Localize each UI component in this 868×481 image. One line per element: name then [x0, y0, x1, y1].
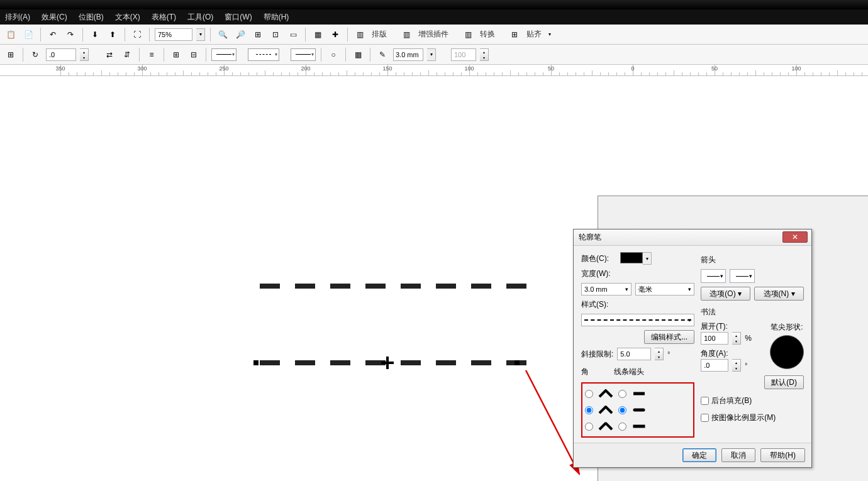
convert-label[interactable]: 转换: [480, 29, 495, 40]
selection-center-marker[interactable]: [381, 357, 394, 369]
miter-input[interactable]: [617, 348, 651, 360]
snap-label[interactable]: 贴齐: [526, 29, 542, 40]
pos-icon[interactable]: ⊞: [4, 48, 18, 62]
corner-bevel-radio[interactable]: [585, 423, 593, 431]
import-icon[interactable]: ⬇: [88, 28, 102, 41]
corner-label: 角: [581, 367, 589, 377]
line-style-dropdown[interactable]: [248, 48, 279, 61]
copy-icon[interactable]: 📋: [4, 28, 18, 41]
menu-bitmap[interactable]: 位图(B): [79, 12, 104, 22]
zoom-page-icon[interactable]: ▭: [286, 28, 300, 41]
edit-style-button[interactable]: 编辑样式...: [644, 330, 694, 344]
end-arrow-dropdown[interactable]: [291, 48, 316, 61]
cap-round-radio[interactable]: [618, 406, 626, 414]
spread-spinner[interactable]: ▴▾: [732, 332, 741, 345]
corner-cap-group: [581, 382, 694, 438]
menu-help[interactable]: 帮助(H): [264, 12, 289, 22]
angle-label: 角度(A):: [701, 348, 728, 359]
cap-square-radio[interactable]: [618, 423, 626, 431]
svg-line-0: [526, 370, 579, 474]
outline-width-dropdown[interactable]: ▾: [427, 48, 436, 61]
pct-input: [451, 48, 476, 61]
undo-icon[interactable]: ↶: [46, 28, 60, 41]
zoom-all-icon[interactable]: ⊞: [251, 28, 265, 41]
bg-fill-label: 后台填充(B): [711, 395, 752, 406]
flip-v-icon[interactable]: ⇵: [120, 48, 134, 62]
color-swatch[interactable]: [620, 252, 643, 263]
close-curve-icon[interactable]: ○: [326, 48, 340, 62]
style-label: 样式(S):: [581, 299, 616, 310]
angle-spinner[interactable]: ▴▾: [732, 359, 741, 372]
selection-handle-right[interactable]: [515, 360, 520, 365]
angle-input[interactable]: [701, 359, 728, 372]
flip-h-icon[interactable]: ⇄: [103, 48, 116, 62]
outline-icon[interactable]: ✎: [376, 48, 389, 62]
ungroup-icon[interactable]: ⊟: [187, 48, 201, 62]
color-dropdown[interactable]: ▾: [643, 252, 652, 265]
corner-round-radio[interactable]: [585, 406, 593, 414]
layout-label[interactable]: 排版: [372, 29, 387, 40]
window-titlebar: [0, 0, 868, 9]
zoom-out-icon[interactable]: 🔎: [233, 28, 247, 41]
nib-label: 笔尖形状:: [771, 323, 803, 331]
close-button[interactable]: ✕: [782, 231, 808, 243]
menu-tools[interactable]: 工具(O): [187, 12, 213, 22]
options2-button[interactable]: 选项(N) ▾: [754, 287, 804, 301]
redo-icon[interactable]: ↷: [64, 28, 77, 41]
grid-icon[interactable]: ▦: [311, 28, 325, 41]
export-icon[interactable]: ⬆: [106, 28, 120, 41]
plugin-icon[interactable]: ▥: [399, 28, 413, 41]
corner-miter-radio[interactable]: [585, 390, 593, 398]
align-icon[interactable]: ≡: [145, 48, 159, 62]
layout-icon[interactable]: ▥: [353, 28, 367, 41]
zoom-sel-icon[interactable]: ⊡: [269, 28, 282, 41]
rotation-spinner[interactable]: ▴▾: [80, 48, 89, 61]
rotation-input[interactable]: [46, 48, 76, 61]
options1-button[interactable]: 选项(O) ▾: [701, 287, 750, 301]
cap-label: 线条端头: [614, 367, 644, 377]
pct-spinner: ▴▾: [480, 48, 489, 61]
scale-checkbox[interactable]: [701, 414, 709, 422]
width-combo[interactable]: 3.0 mm: [581, 283, 632, 296]
guides-icon[interactable]: ✚: [328, 28, 342, 41]
unit-combo[interactable]: 毫米: [635, 283, 694, 296]
spread-input[interactable]: [701, 332, 728, 345]
arrow-end-dropdown[interactable]: [730, 269, 755, 283]
menu-arrange[interactable]: 排列(A): [5, 12, 30, 22]
bg-fill-checkbox[interactable]: [701, 397, 709, 405]
horizontal-ruler: 35030025020015010050050100150: [0, 65, 868, 76]
wrap-icon[interactable]: ▦: [351, 48, 365, 62]
zoom-input[interactable]: [155, 28, 192, 41]
cancel-button[interactable]: 取消: [721, 448, 755, 462]
default-button[interactable]: 默认(D): [764, 375, 804, 389]
color-label: 颜色(C):: [581, 253, 616, 264]
snap-dropdown[interactable]: ▾: [545, 28, 554, 41]
scale-label: 按图像比例显示(M): [711, 412, 776, 423]
arrow-start-dropdown[interactable]: [701, 269, 726, 283]
menu-window[interactable]: 窗口(W): [225, 12, 252, 22]
miter-label: 斜接限制:: [581, 349, 613, 360]
dialog-title[interactable]: 轮廓笔: [574, 229, 811, 246]
rotate-icon: ↻: [28, 48, 42, 62]
outline-width[interactable]: 3.0 mm: [393, 48, 423, 61]
plugin-label[interactable]: 增强插件: [418, 29, 448, 40]
zoom-in-icon[interactable]: 🔍: [216, 28, 230, 41]
zoom-fit-icon[interactable]: ⛶: [130, 28, 144, 41]
menu-effects[interactable]: 效果(C): [42, 12, 67, 22]
start-arrow-dropdown[interactable]: [211, 48, 236, 61]
zoom-dropdown[interactable]: ▾: [196, 28, 205, 41]
arrow-label: 箭头: [701, 255, 804, 265]
ok-button[interactable]: 确定: [682, 448, 716, 462]
paste-icon[interactable]: 📄: [21, 28, 35, 41]
convert-icon[interactable]: ▥: [461, 28, 475, 41]
selection-handle-left[interactable]: [253, 360, 259, 365]
menu-text[interactable]: 文本(X): [115, 12, 140, 22]
cap-flat-radio[interactable]: [618, 390, 626, 398]
style-strip[interactable]: [581, 314, 694, 326]
snap-icon[interactable]: ⊞: [508, 28, 521, 41]
group-icon[interactable]: ⊞: [169, 48, 183, 62]
help-button[interactable]: 帮助(H): [760, 448, 805, 462]
miter-spinner[interactable]: ▴▾: [655, 348, 664, 360]
menu-table[interactable]: 表格(T): [152, 12, 176, 22]
percent-icon: %: [745, 334, 752, 343]
